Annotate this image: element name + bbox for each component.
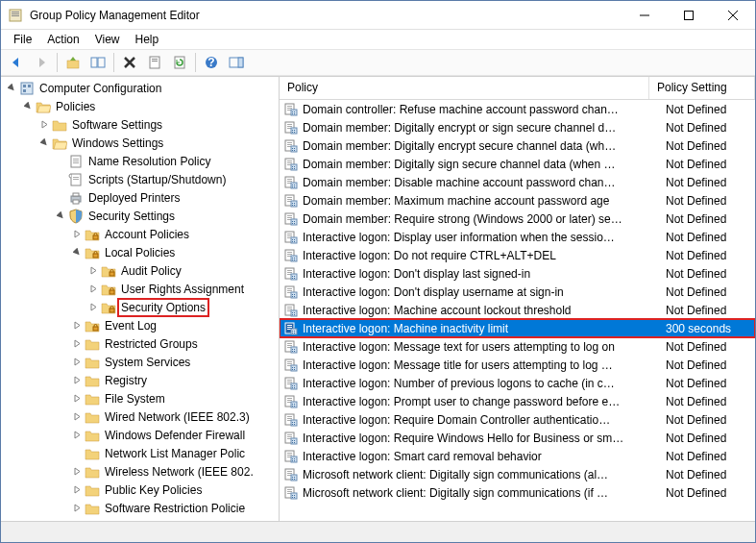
column-header-setting[interactable]: Policy Setting xyxy=(649,77,755,99)
expand-collapse-icon[interactable] xyxy=(5,82,18,95)
expand-collapse-icon[interactable] xyxy=(86,301,100,314)
close-button[interactable] xyxy=(711,1,755,29)
expand-collapse-icon[interactable] xyxy=(54,210,67,223)
policy-name: Interactive logon: Do not require CTRL+A… xyxy=(303,249,666,262)
list-body[interactable]: Domain controller: Refuse machine accoun… xyxy=(280,100,755,521)
svg-rect-155 xyxy=(287,345,292,346)
svg-rect-46 xyxy=(287,124,292,125)
refresh-button[interactable] xyxy=(168,51,191,74)
svg-rect-110 xyxy=(287,254,292,255)
svg-rect-6 xyxy=(91,58,97,67)
delete-button[interactable] xyxy=(118,51,141,74)
tree-event-log[interactable]: Event Log xyxy=(1,316,279,334)
expand-collapse-icon[interactable] xyxy=(70,228,84,241)
expand-collapse-icon[interactable] xyxy=(70,246,84,259)
properties-button[interactable] xyxy=(143,51,166,74)
menu-action[interactable]: Action xyxy=(40,31,85,48)
tree-local-policies[interactable]: Local Policies xyxy=(1,243,279,261)
policy-row[interactable]: Interactive logon: Do not require CTRL+A… xyxy=(280,246,755,264)
svg-rect-173 xyxy=(287,382,292,383)
expand-collapse-icon[interactable] xyxy=(37,118,51,132)
policy-row[interactable]: Domain member: Digitally encrypt or sign… xyxy=(280,118,755,136)
show-hide-tree-button[interactable] xyxy=(86,51,110,74)
tree-wired-network[interactable]: Wired Network (IEEE 802.3) xyxy=(1,407,279,426)
tree-registry[interactable]: Registry xyxy=(1,371,279,389)
tree-name-resolution-policy[interactable]: Name Resolution Policy xyxy=(1,152,279,170)
policy-row[interactable]: Domain member: Digitally encrypt secure … xyxy=(280,136,755,155)
policy-row[interactable]: Interactive logon: Require Windows Hello… xyxy=(280,429,755,447)
tree-system-services[interactable]: System Services xyxy=(1,353,279,371)
policy-row[interactable]: Domain member: Require strong (Windows 2… xyxy=(280,210,755,228)
svg-rect-134 xyxy=(294,296,295,297)
tree-restricted-groups[interactable]: Restricted Groups xyxy=(1,334,279,353)
tree-software-settings[interactable]: Software Settings xyxy=(1,115,279,134)
policy-row[interactable]: Microsoft network client: Digitally sign… xyxy=(280,465,755,483)
policy-setting: Not Defined xyxy=(666,358,755,372)
menu-view[interactable]: View xyxy=(88,31,127,48)
policy-row[interactable]: Interactive logon: Require Domain Contro… xyxy=(280,410,755,429)
policy-row[interactable]: Microsoft network client: Digitally sign… xyxy=(280,483,755,502)
column-header-policy[interactable]: Policy xyxy=(280,77,649,99)
policy-row[interactable]: Interactive logon: Number of previous lo… xyxy=(280,374,755,392)
tree-file-system[interactable]: File System xyxy=(1,389,279,407)
tree-deployed-printers[interactable]: Deployed Printers xyxy=(1,188,279,207)
tree-windows-settings[interactable]: Windows Settings xyxy=(1,134,279,152)
minimize-button[interactable] xyxy=(622,1,667,29)
show-hide-action-pane-button[interactable] xyxy=(225,51,248,74)
expand-collapse-icon[interactable] xyxy=(70,319,84,333)
back-button[interactable] xyxy=(5,51,28,74)
policy-row[interactable]: Interactive logon: Don't display last si… xyxy=(280,264,755,283)
tree-network-list-manager[interactable]: Network List Manager Polic xyxy=(1,444,279,462)
forward-button[interactable] xyxy=(30,51,53,74)
expand-collapse-icon[interactable] xyxy=(70,337,84,351)
menu-help[interactable]: Help xyxy=(129,31,166,48)
svg-rect-79 xyxy=(292,186,293,187)
expand-collapse-icon[interactable] xyxy=(70,429,84,442)
expand-collapse-icon[interactable] xyxy=(70,356,84,369)
expand-collapse-icon[interactable] xyxy=(37,136,51,150)
up-button[interactable] xyxy=(61,51,85,74)
policy-row[interactable]: Interactive logon: Machine account locko… xyxy=(280,301,755,319)
tree-policies[interactable]: Policies xyxy=(1,97,279,115)
svg-rect-96 xyxy=(294,221,295,222)
expand-collapse-icon[interactable] xyxy=(70,374,84,387)
tree-account-policies[interactable]: Account Policies xyxy=(1,225,279,243)
tree-windows-defender-firewall[interactable]: Windows Defender Firewall xyxy=(1,426,279,444)
tree-user-rights-assignment[interactable]: User Rights Assignment xyxy=(1,280,279,298)
tree-scripts[interactable]: Scripts (Startup/Shutdown) xyxy=(1,170,279,188)
policy-row[interactable]: Interactive logon: Smart card removal be… xyxy=(280,447,755,465)
expand-collapse-icon[interactable] xyxy=(70,483,84,497)
policy-row[interactable]: Interactive logon: Don't display usernam… xyxy=(280,283,755,301)
policy-row[interactable]: Interactive logon: Message text for user… xyxy=(280,337,755,356)
policy-row[interactable]: Domain member: Maximum machine account p… xyxy=(280,191,755,210)
tree-audit-policy[interactable]: Audit Policy xyxy=(1,261,279,280)
expand-collapse-icon[interactable] xyxy=(70,502,84,515)
tree-computer-configuration[interactable]: Computer Configuration xyxy=(1,79,279,97)
expand-collapse-icon[interactable] xyxy=(70,392,84,406)
policy-setting: Not Defined xyxy=(666,486,755,500)
policy-row[interactable]: Interactive logon: Message title for use… xyxy=(280,356,755,374)
expand-collapse-icon[interactable] xyxy=(86,264,100,278)
help-button[interactable]: ? xyxy=(200,51,223,74)
tree-security-settings[interactable]: Security Settings xyxy=(1,207,279,225)
tree-pane[interactable]: Computer ConfigurationPoliciesSoftware S… xyxy=(1,77,280,521)
toolbar-separator xyxy=(195,53,196,72)
menu-file[interactable]: File xyxy=(7,31,38,48)
svg-rect-160 xyxy=(292,351,293,352)
policy-row[interactable]: Interactive logon: Display user informat… xyxy=(280,228,755,246)
tree-wireless-network[interactable]: Wireless Network (IEEE 802. xyxy=(1,462,279,481)
policy-row[interactable]: Interactive logon: Machine inactivity li… xyxy=(280,319,755,337)
expand-collapse-icon[interactable] xyxy=(86,283,100,296)
tree-public-key-policies[interactable]: Public Key Policies xyxy=(1,481,279,499)
expand-collapse-icon[interactable] xyxy=(21,100,35,113)
maximize-button[interactable] xyxy=(667,1,711,29)
titlebar: Group Policy Management Editor xyxy=(1,1,755,30)
tree-security-options[interactable]: Security Options xyxy=(1,298,279,316)
policy-row[interactable]: Domain controller: Refuse machine accoun… xyxy=(280,100,755,118)
policy-row[interactable]: Domain member: Digitally sign secure cha… xyxy=(280,155,755,173)
expand-collapse-icon[interactable] xyxy=(70,410,84,424)
expand-collapse-icon[interactable] xyxy=(70,465,84,479)
policy-row[interactable]: Domain member: Disable machine account p… xyxy=(280,173,755,191)
policy-row[interactable]: Interactive logon: Prompt user to change… xyxy=(280,392,755,410)
tree-software-restriction[interactable]: Software Restriction Policie xyxy=(1,499,279,517)
